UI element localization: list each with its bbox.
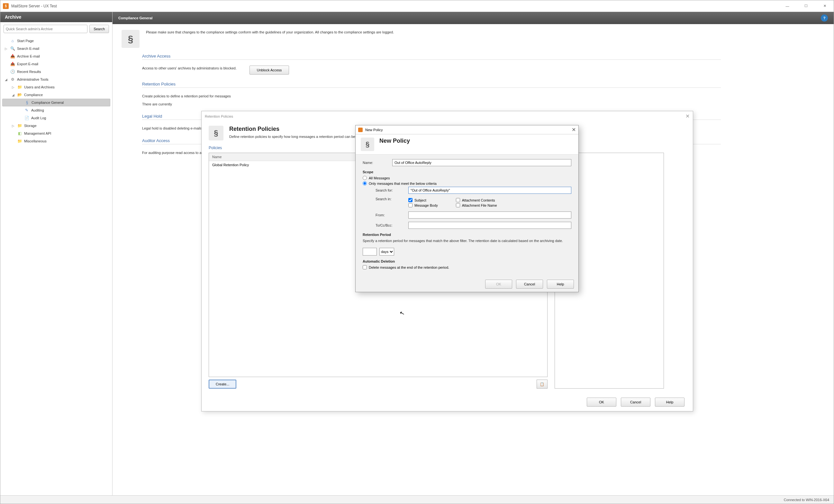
- section-retention-policies: Retention Policies Create policies to de…: [142, 82, 721, 107]
- ok-button[interactable]: OK: [485, 280, 512, 289]
- log-icon: 📄: [24, 115, 29, 120]
- help-button[interactable]: Help: [547, 280, 574, 289]
- app-window: § MailStore Server - UX Test — ☐ ✕ Archi…: [0, 0, 834, 504]
- new-policy-title: New Policy: [365, 128, 382, 132]
- folder-icon: 📁: [17, 123, 22, 128]
- home-icon: ⌂: [10, 38, 15, 43]
- window-title: MailStore Server - UX Test: [11, 4, 783, 8]
- status-connection: Connected to WIN-2016-X64: [784, 498, 829, 502]
- quick-search-button[interactable]: Search: [89, 25, 109, 33]
- section-big-icon: §: [208, 126, 223, 140]
- radio-criteria[interactable]: [363, 181, 367, 185]
- tree-search-email[interactable]: ▷🔍Search E-mail: [2, 45, 110, 52]
- sidebar: Archive Search ⌂Start Page ▷🔍Search E-ma…: [0, 12, 112, 495]
- expander-icon[interactable]: ▷: [11, 124, 15, 128]
- tree-start-page[interactable]: ⌂Start Page: [2, 37, 110, 45]
- tree-auditing[interactable]: ✎Auditing: [2, 106, 110, 114]
- expander-icon[interactable]: ▷: [4, 47, 8, 50]
- from-label: From:: [375, 213, 404, 217]
- main-header-title: Compliance General: [118, 16, 152, 20]
- chk-attachment-contents[interactable]: [456, 198, 460, 202]
- to-label: To/Cc/Bcc:: [375, 223, 404, 227]
- tree-compliance[interactable]: ◢📂Compliance: [2, 91, 110, 99]
- search-for-label: Search for:: [375, 188, 404, 192]
- retention-body-2: There are currently: [142, 102, 172, 107]
- scope-label: Scope: [363, 170, 571, 174]
- folder-icon: 📁: [17, 138, 22, 144]
- new-policy-titlebar[interactable]: New Policy ✕: [356, 125, 578, 134]
- auto-deletion-label: Automatic Deletion: [363, 259, 571, 263]
- auditor-access-text: For auditing purpose read access to all …: [142, 150, 206, 156]
- outbox-icon: 📤: [10, 61, 15, 67]
- retention-dialog-titlebar[interactable]: Retention Policies ✕: [202, 111, 693, 121]
- chk-message-body[interactable]: [408, 203, 413, 207]
- cancel-button[interactable]: Cancel: [516, 280, 543, 289]
- name-label: Name:: [363, 161, 388, 165]
- chk-auto-delete-label: Delete messages at the end of the retent…: [369, 265, 449, 269]
- create-button[interactable]: Create...: [208, 379, 236, 389]
- to-input[interactable]: [408, 222, 571, 229]
- retention-unit-select[interactable]: days: [379, 248, 394, 256]
- tree-users-archives[interactable]: ▷📁Users and Archives: [2, 83, 110, 91]
- tree-admin-tools[interactable]: ◢⚙Administrative Tools: [2, 75, 110, 83]
- help-button[interactable]: Help: [655, 398, 684, 407]
- tree-management-api[interactable]: ◧Management API: [2, 130, 110, 137]
- section-archive-access: Archive Access Access to other users' ar…: [142, 54, 721, 74]
- maximize-button[interactable]: ☐: [802, 3, 811, 9]
- section-icon: §: [24, 100, 29, 105]
- new-policy-heading: New Policy: [379, 137, 410, 151]
- search-for-input[interactable]: [408, 187, 571, 194]
- app-icon: [358, 128, 363, 132]
- close-icon[interactable]: ✕: [572, 127, 576, 133]
- help-icon[interactable]: ?: [821, 15, 828, 22]
- search-icon: 🔍: [10, 46, 15, 51]
- unblock-access-button[interactable]: Unblock Access: [249, 66, 289, 74]
- radio-all-messages[interactable]: [363, 176, 367, 180]
- audit-icon: ✎: [24, 108, 29, 113]
- close-icon[interactable]: ✕: [685, 113, 690, 119]
- from-input[interactable]: [408, 212, 571, 219]
- ok-button[interactable]: OK: [587, 398, 616, 407]
- radio-all-label: All Messages: [369, 176, 390, 180]
- minimize-button[interactable]: —: [783, 3, 792, 9]
- api-icon: ◧: [17, 131, 22, 136]
- retention-body-1: Create policies to define a retention pe…: [142, 93, 231, 99]
- app-icon: §: [3, 3, 9, 9]
- chk-subject[interactable]: [408, 198, 413, 202]
- expander-icon[interactable]: ◢: [11, 93, 15, 97]
- nav-tree: ⌂Start Page ▷🔍Search E-mail 📥Archive E-m…: [0, 36, 112, 146]
- tree-export-email[interactable]: 📤Export E-mail: [2, 60, 110, 68]
- quick-search-row: Search: [0, 22, 112, 36]
- section-big-icon: §: [122, 30, 139, 48]
- expander-icon[interactable]: ▷: [11, 86, 15, 89]
- main-header: Compliance General ?: [112, 12, 834, 24]
- tree-archive-email[interactable]: 📥Archive E-mail: [2, 52, 110, 60]
- tree-recent-results[interactable]: 🕓Recent Results: [2, 68, 110, 75]
- folder-open-icon: 📂: [17, 92, 22, 97]
- titlebar: § MailStore Server - UX Test — ☐ ✕: [0, 0, 834, 12]
- cancel-button[interactable]: Cancel: [621, 398, 651, 407]
- close-button[interactable]: ✕: [820, 3, 829, 9]
- list-tool-button[interactable]: 📋: [536, 379, 548, 389]
- gear-icon: ⚙: [10, 77, 15, 82]
- chk-attachment-filename[interactable]: [456, 203, 460, 207]
- tree-storage[interactable]: ▷📁Storage: [2, 122, 110, 130]
- retention-period-desc: Specify a retention period for messages …: [363, 239, 571, 243]
- radio-criteria-label: Only messages that meet the below criter…: [369, 182, 437, 185]
- search-in-label: Search in:: [375, 197, 404, 201]
- retention-period-label: Retention Period: [363, 233, 571, 237]
- status-bar: Connected to WIN-2016-X64: [0, 495, 834, 504]
- intro-row: § Please make sure that changes to the c…: [122, 30, 825, 48]
- clock-icon: 🕓: [10, 69, 15, 74]
- folder-icon: 📁: [17, 85, 22, 90]
- tree-miscellaneous[interactable]: 📁Miscellaneous: [2, 137, 110, 145]
- retention-value-input[interactable]: [363, 248, 377, 256]
- intro-text: Please make sure that changes to the com…: [146, 30, 394, 48]
- expander-icon[interactable]: ◢: [4, 78, 8, 81]
- name-input[interactable]: [392, 159, 571, 166]
- tree-compliance-general[interactable]: §Compliance General: [2, 99, 110, 106]
- sidebar-header: Archive: [0, 12, 112, 22]
- chk-auto-delete[interactable]: [363, 265, 367, 269]
- tree-audit-log[interactable]: 📄Audit Log: [2, 114, 110, 122]
- quick-search-input[interactable]: [3, 25, 87, 33]
